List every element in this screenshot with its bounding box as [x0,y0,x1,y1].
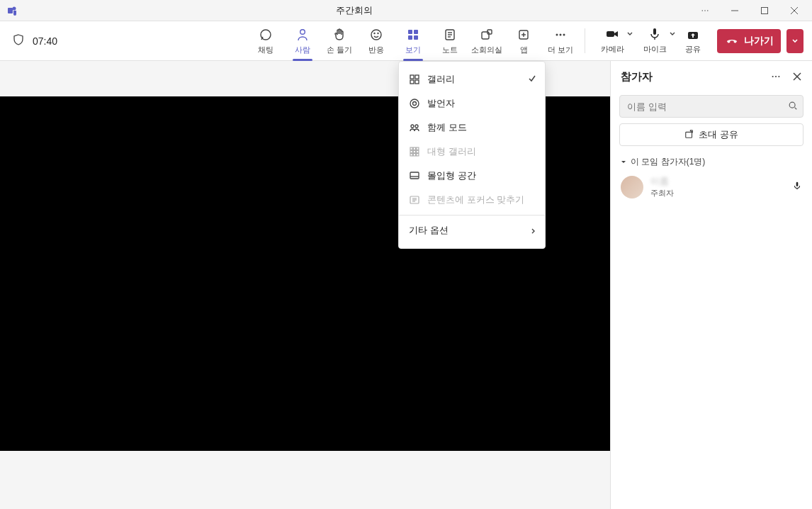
svg-point-38 [413,102,417,106]
svg-rect-63 [796,182,799,186]
svg-rect-17 [414,35,418,40]
video-stage-area: 갤러리 발언자 함께 모드 대형 갤러리 몰입형 공간 콘텐츠에 포커스 [0,61,610,509]
svg-rect-35 [410,80,414,84]
panel-more-button[interactable] [765,66,786,87]
mic-icon [648,27,662,41]
svg-rect-44 [410,150,412,152]
titlebar: 주간회의 [0,0,812,21]
svg-point-27 [556,34,558,36]
svg-rect-42 [413,147,415,150]
view-menu-together-mode[interactable]: 함께 모드 [399,116,545,140]
share-invite-icon [684,129,694,141]
mic-button[interactable]: 마이크 [635,21,675,60]
chat-button[interactable]: 채팅 [249,21,283,60]
view-button[interactable]: 보기 [396,21,430,60]
minimize-button[interactable] [720,0,750,21]
svg-point-4 [707,10,709,11]
speaker-view-icon [409,98,420,109]
notes-button[interactable]: 노트 [433,21,467,60]
meeting-toolbar: 07:40 채팅 사람 손 들기 반응 보기 노트 소회의실 [0,21,812,61]
share-icon [686,27,700,41]
search-icon [788,101,798,113]
grid-icon [406,28,420,42]
participant-row[interactable]: 이름 주최자 [611,169,812,204]
svg-point-2 [702,10,704,11]
meeting-timer: 07:40 [33,35,57,47]
svg-point-57 [778,76,779,77]
view-menu-other-options[interactable]: 기타 옵션 [399,218,545,242]
share-invite-button[interactable]: 초대 공유 [619,123,803,146]
svg-rect-15 [414,30,418,34]
emoji-icon [369,28,383,42]
immersive-icon [409,170,420,181]
svg-rect-62 [686,132,692,138]
maximize-button[interactable] [750,0,779,21]
svg-rect-36 [415,80,419,84]
svg-point-39 [411,125,414,128]
svg-rect-14 [408,30,412,34]
people-icon [295,28,310,42]
svg-point-28 [560,34,562,36]
svg-rect-50 [410,172,419,179]
svg-point-37 [410,99,419,108]
chat-icon [259,28,273,42]
svg-rect-45 [413,150,415,152]
svg-rect-16 [408,35,412,40]
notes-icon [443,28,457,42]
together-mode-icon [409,122,420,133]
mic-chevron-icon[interactable] [669,30,676,40]
focus-content-icon [409,194,420,206]
svg-rect-47 [410,154,412,156]
shield-icon [13,34,24,47]
svg-point-56 [775,76,777,77]
breakout-rooms-button[interactable]: 소회의실 [470,21,504,60]
svg-point-11 [371,30,381,40]
svg-point-13 [378,33,378,34]
avatar [621,176,643,198]
view-menu-speaker[interactable]: 발언자 [399,91,545,116]
grid-small-icon [409,74,420,85]
camera-button[interactable]: 카메라 [592,21,632,60]
svg-rect-41 [410,147,412,150]
view-menu-immersive[interactable]: 몰입형 공간 [399,164,545,188]
apps-icon [517,28,531,42]
share-button[interactable]: 공유 [677,21,709,60]
view-menu-popup: 갤러리 발언자 함께 모드 대형 갤러리 몰입형 공간 콘텐츠에 포커스 [398,61,546,249]
close-button[interactable] [779,0,809,21]
svg-point-60 [789,102,795,108]
svg-rect-0 [8,8,13,13]
raise-hand-button[interactable]: 손 들기 [322,21,356,60]
view-menu-gallery[interactable]: 갤러리 [399,67,545,91]
more-icon [553,28,568,42]
svg-point-10 [300,30,305,35]
participants-panel: 참가자 초대 공유 이 모임 참가자(1명) 이름 주최자 [610,61,812,509]
participants-group-header[interactable]: 이 모임 참가자(1명) [611,155,812,169]
chevron-right-icon [531,225,536,236]
participant-search-input[interactable] [619,95,803,118]
svg-rect-49 [417,154,419,156]
svg-rect-46 [417,150,419,152]
svg-rect-33 [410,75,414,79]
camera-chevron-icon[interactable] [626,30,633,40]
leave-dropdown-button[interactable] [786,29,803,53]
check-icon [528,74,536,85]
svg-line-61 [795,108,797,110]
svg-rect-30 [607,31,614,37]
panel-close-button[interactable] [786,66,808,87]
react-button[interactable]: 반응 [359,21,393,60]
panel-title: 참가자 [621,70,765,84]
more-actions-button[interactable]: 더 보기 [543,21,577,60]
people-button[interactable]: 사람 [286,21,320,60]
app-logo-icon [7,5,18,16]
titlebar-more-button[interactable] [690,0,720,21]
leave-button[interactable]: 나가기 [717,29,781,53]
svg-rect-31 [653,28,656,35]
window-title: 주간회의 [18,4,690,17]
apps-button[interactable]: 앱 [507,21,541,60]
camera-icon [605,27,619,41]
svg-rect-48 [413,154,415,156]
svg-point-1 [13,6,16,10]
breakout-icon [480,28,494,42]
large-gallery-icon [409,146,420,157]
svg-point-29 [563,34,565,36]
